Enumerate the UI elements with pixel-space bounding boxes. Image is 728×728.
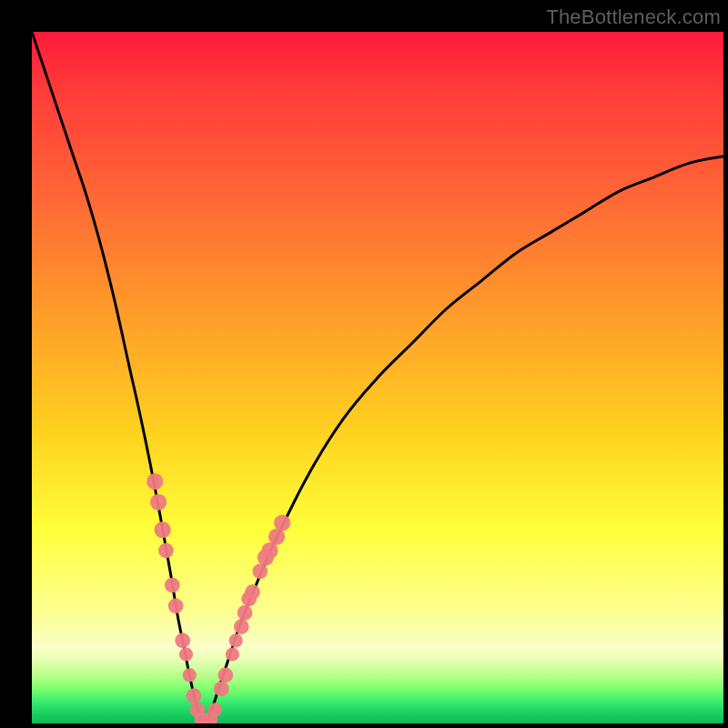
bottleneck-curve — [32, 32, 723, 723]
watermark-text: TheBottleneck.com — [546, 5, 721, 29]
marker-dot — [147, 473, 163, 490]
chart-svg — [32, 32, 723, 723]
marker-dot — [179, 647, 193, 661]
outer-frame: TheBottleneck.com — [0, 0, 728, 728]
marker-dot — [214, 682, 229, 697]
marker-dot — [234, 619, 249, 634]
marker-dot — [208, 703, 222, 716]
marker-dot — [226, 647, 239, 661]
marker-dot — [165, 578, 180, 593]
marker-dot — [238, 605, 253, 621]
marker-cluster — [147, 473, 290, 723]
marker-dot — [155, 521, 171, 538]
marker-dot — [217, 667, 233, 682]
marker-dot — [175, 632, 190, 648]
marker-dot — [158, 543, 174, 559]
marker-dot — [186, 688, 201, 703]
marker-dot — [183, 668, 197, 682]
bottleneck-curve-path — [32, 32, 723, 723]
plot-area — [32, 32, 723, 723]
marker-dot — [150, 494, 167, 511]
marker-dot — [245, 584, 260, 600]
marker-dot — [252, 563, 268, 579]
marker-dot — [229, 633, 243, 647]
marker-dot — [168, 598, 184, 613]
marker-dot — [274, 514, 290, 531]
